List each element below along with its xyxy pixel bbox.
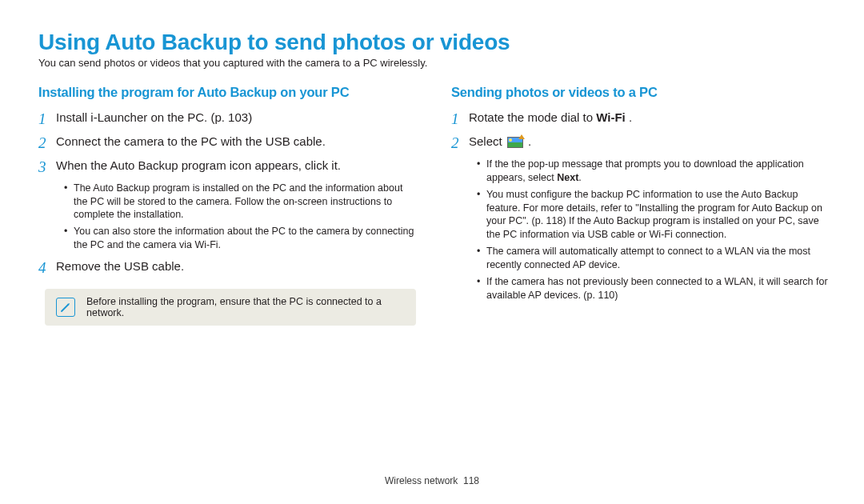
right-step2-notes: If the the pop-up message that prompts y… <box>477 158 829 302</box>
note-item: If the the pop-up message that prompts y… <box>477 158 829 185</box>
step-text-post: . <box>525 134 531 148</box>
step-text-pre: Select <box>469 134 506 148</box>
left-column: Installing the program for Auto Backup o… <box>38 85 416 325</box>
step-text: When the Auto Backup program icon appear… <box>56 158 341 177</box>
step-number: 2 <box>451 134 469 153</box>
left-step3-notes: The Auto Backup program is installed on … <box>64 182 416 252</box>
note-bold: Next <box>557 172 578 183</box>
note-item: If the camera has not previously been co… <box>477 275 829 302</box>
step-number: 1 <box>38 110 56 129</box>
right-step-2: 2 Select . <box>451 134 829 153</box>
left-step-2: 2 Connect the camera to the PC with the … <box>38 134 416 153</box>
footer-page: 118 <box>463 475 479 486</box>
right-column: Sending photos or videos to a PC 1 Rotat… <box>451 85 829 325</box>
step-number: 1 <box>451 110 469 129</box>
step-number: 4 <box>38 258 56 278</box>
note-icon <box>56 298 75 317</box>
left-step-1: 1 Install i-Launcher on the PC. (p. 103) <box>38 110 416 129</box>
footer: Wireless network 118 <box>0 475 864 486</box>
note-text-post: . <box>578 172 581 183</box>
step-text: Select . <box>469 134 531 153</box>
wifi-icon: Wi-Fi <box>596 110 626 124</box>
autobackup-icon <box>507 137 523 148</box>
svg-line-0 <box>62 305 68 311</box>
note-text-pre: If the the pop-up message that prompts y… <box>486 158 804 183</box>
step-text: Remove the USB cable. <box>56 258 184 278</box>
step-text: Install i-Launcher on the PC. (p. 103) <box>56 110 252 129</box>
page-title: Using Auto Backup to send photos or vide… <box>38 30 829 54</box>
right-step-1: 1 Rotate the mode dial to Wi-Fi . <box>451 110 829 129</box>
note-item: The Auto Backup program is installed on … <box>64 182 416 222</box>
intro-text: You can send photos or videos that you c… <box>38 57 829 69</box>
tip-text: Before installing the program, ensure th… <box>86 296 405 318</box>
left-heading: Installing the program for Auto Backup o… <box>38 85 416 100</box>
note-item: You can also store the information about… <box>64 225 416 252</box>
step-text-post: . <box>626 110 632 124</box>
note-item: The camera will automatically attempt to… <box>477 245 829 272</box>
step-number: 3 <box>38 158 56 177</box>
left-step-4: 4 Remove the USB cable. <box>38 258 416 278</box>
tip-box: Before installing the program, ensure th… <box>45 289 416 326</box>
footer-section: Wireless network <box>385 475 458 486</box>
right-heading: Sending photos or videos to a PC <box>451 85 829 100</box>
step-text-pre: Rotate the mode dial to <box>469 110 596 124</box>
step-text: Connect the camera to the PC with the US… <box>56 134 326 153</box>
left-step-3: 3 When the Auto Backup program icon appe… <box>38 158 416 177</box>
step-text: Rotate the mode dial to Wi-Fi . <box>469 110 632 129</box>
step-number: 2 <box>38 134 56 153</box>
note-item: You must configure the backup PC informa… <box>477 188 829 242</box>
